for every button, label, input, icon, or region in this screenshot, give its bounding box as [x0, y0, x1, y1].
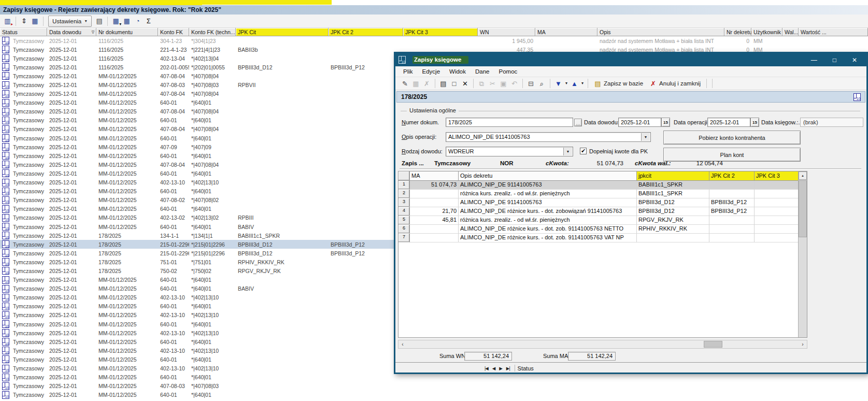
filter-icon[interactable]: ∇	[92, 30, 94, 35]
calendar-icon[interactable]: 15	[661, 118, 670, 127]
move-up-icon[interactable]: ▲	[569, 79, 580, 89]
ustawienia-button[interactable]: Ustawienia▼	[48, 16, 92, 27]
column-header-ma[interactable]: MA	[535, 28, 597, 36]
cancel-and-close-button[interactable]: ✗ Anuluj i zamknij	[646, 78, 704, 89]
paste-icon[interactable]: ▣	[498, 79, 509, 89]
scrollbar-thumb[interactable]	[799, 180, 807, 237]
horizontal-scrollbar[interactable]: ‹ ›	[398, 340, 807, 349]
table-row[interactable]: 10Tymczasowy2025-12-011116/2025304-1-23*…	[0, 36, 868, 45]
cell-konto_fk: 640-01	[158, 392, 189, 398]
status-label: Tymczasowy	[13, 259, 44, 265]
maximize-button[interactable]: □	[833, 57, 836, 63]
column-header-konto_fk_techn[interactable]: Konto FK (techn...	[189, 28, 236, 36]
column-header-opis[interactable]: Opis	[597, 28, 724, 36]
decree-column-header-rownum[interactable]	[399, 171, 410, 181]
save-icon[interactable]: ▦	[410, 79, 421, 89]
delete-icon[interactable]: ✕	[460, 79, 471, 89]
table-save-icon[interactable]: ▦	[121, 16, 132, 26]
column-header-data_dowodu[interactable]: Data dowodu∇	[47, 28, 96, 36]
plan-kont-button[interactable]: Plan kont	[663, 148, 801, 162]
cell-jpk_cit: RPGV_RKJV_RK	[236, 268, 329, 274]
vertical-scrollbar[interactable]: ▲	[798, 171, 807, 337]
revert-icon[interactable]: ✗	[421, 79, 432, 89]
properties-icon[interactable]: ▤	[438, 79, 449, 89]
menu-item-widok[interactable]: Widok	[445, 68, 471, 75]
menu-item-pomoc[interactable]: Pomoc	[494, 68, 522, 75]
decree-row[interactable]: 151 074,73ALIMCO_NIP_DE 91141005763BABII…	[399, 181, 807, 190]
pobierz-konto-button[interactable]: Pobierz konto kontrahenta	[663, 131, 801, 145]
menu-item-dane[interactable]: Dane	[471, 68, 494, 75]
minimize-button[interactable]: —	[811, 57, 817, 63]
percent-clock-icon[interactable]: ◔	[132, 16, 143, 26]
move-up-caret-icon[interactable]: ▾	[580, 79, 585, 89]
undo-icon[interactable]: ↶	[509, 79, 520, 89]
numer-dots-button[interactable]: ...	[574, 119, 582, 126]
decree-row[interactable]: 3ALIMCO_NIP_DE 91141005763BPBIII3d_D12BP…	[399, 198, 807, 207]
calendar-icon[interactable]: 15	[750, 118, 759, 127]
table-row[interactable]: 10Tymczasowy2025-12-01MM-01/12/2025640-0…	[0, 391, 868, 399]
nav-last-button[interactable]: ▶|	[504, 366, 512, 371]
move-down-caret-icon[interactable]: ▾	[564, 79, 569, 89]
decree-column-header-Opis dekretu[interactable]: Opis dekretu	[459, 171, 637, 181]
cell-data_dowodu: 2025-12-01	[47, 339, 96, 345]
expand-collapse-icon[interactable]: ⇕	[19, 16, 30, 26]
decree-column-header-jpkcit[interactable]: jpkcit	[637, 171, 709, 181]
cell-konto_fk: 407-08-04	[158, 108, 189, 114]
scroll-left-icon[interactable]: ‹	[399, 340, 407, 348]
nav-first-button[interactable]: |◀	[482, 366, 490, 371]
chevron-down-icon[interactable]: ▼	[563, 148, 572, 155]
decree-row[interactable]: 421,70ALIMCO_NIP_DE różnice kurs. - dot.…	[399, 207, 807, 216]
print-icon[interactable]: ⊟	[525, 79, 536, 89]
decree-row[interactable]: 6ALIMCO_NIP_DE różnice kurs. - dot. zob.…	[399, 225, 807, 234]
column-header-jpk_cit[interactable]: JPK Cit	[236, 28, 329, 36]
menu-item-edycje[interactable]: Edycje	[418, 68, 445, 75]
cell-konto_fk: 402-13-10	[158, 312, 189, 318]
edit-x-icon[interactable]: ✎	[400, 79, 410, 89]
dialog-titlebar[interactable]: 10 Zapisy księgowe — □ ✕	[395, 53, 866, 66]
column-header-wal[interactable]: Wal...	[782, 28, 799, 36]
column-header-nr_dokumentu[interactable]: Nr dokumentu	[96, 28, 158, 36]
column-header-uzytkownik[interactable]: Użytkownik	[751, 28, 782, 36]
decree-row[interactable]: 2różnica kurs. zrealiz. - od wł.śr. pien…	[399, 190, 807, 198]
chevron-down-icon[interactable]: ▼	[641, 133, 650, 141]
close-button[interactable]: ✕	[852, 57, 857, 63]
column-header-nr_dekretu[interactable]: Nr dekretu	[724, 28, 751, 36]
decree-column-header-JPK Cit 3[interactable]: JPK Cit 3	[755, 171, 799, 181]
scroll-right-icon[interactable]: ›	[799, 340, 807, 348]
copy-icon[interactable]: ⧉	[476, 79, 487, 89]
column-header-konto_fk[interactable]: Konto FK	[158, 28, 189, 36]
rodzaj-dowodu-combo[interactable]: WDREUR ▼	[446, 147, 573, 156]
cut-icon[interactable]: ✂	[487, 79, 498, 89]
column-header-jpk_cit_2[interactable]: JPK Cit 2	[329, 28, 403, 36]
table-view-icon[interactable]: ▦	[30, 16, 40, 26]
nav-next-button[interactable]: ▶	[497, 366, 504, 371]
properties-icon[interactable]: ▤	[94, 16, 105, 26]
column-header-wartosc[interactable]: Wartość ...	[799, 28, 868, 36]
decree-column-header-JPK Cit 2[interactable]: JPK Cit 2	[709, 171, 755, 181]
print-preview-icon[interactable]: ⌕	[536, 79, 547, 89]
column-header-jpk_cit_3[interactable]: JPK Cit 3	[403, 28, 478, 36]
decree-row[interactable]: 7ALIMCO_NIP_DE różnice kurs. - dot. zob.…	[399, 234, 807, 242]
numer-dokum-input[interactable]: 178/2025	[446, 118, 573, 127]
save-to-db-button[interactable]: ▤ Zapisz w bazie	[591, 78, 646, 89]
data-dowodu-input[interactable]: 2025-12-01	[618, 118, 661, 127]
cell-konto_fk: 407-08-04	[158, 91, 189, 97]
scrollbar-thumb[interactable]	[704, 341, 722, 348]
opis-operacji-combo[interactable]: ALIMCO_NIP_DE 91141005763 ▼	[446, 132, 651, 142]
nav-prev-button[interactable]: ◀	[490, 366, 497, 371]
decree-column-header-MA[interactable]: MA	[410, 171, 459, 181]
dopelniaj-checkbox[interactable]: ✔	[580, 148, 587, 154]
column-header-wn[interactable]: WN	[478, 28, 535, 36]
table-row[interactable]: 10Tymczasowy2025-12-01MM-01/12/2025407-0…	[0, 382, 868, 391]
menu-item-plik[interactable]: Plik	[399, 68, 418, 75]
column-header-status[interactable]: Status	[0, 28, 47, 36]
scroll-up-icon[interactable]: ▲	[799, 171, 807, 180]
export-form-icon[interactable]: ▥▸	[2, 16, 13, 26]
new-document-icon[interactable]: □	[449, 79, 460, 89]
decree-row[interactable]: 545,81różnica kurs. zrealiz. - od wł.śr.…	[399, 216, 807, 225]
table-row[interactable]: 10Tymczasowy2025-12-01MM-01/12/2025640-0…	[0, 373, 868, 382]
move-down-icon[interactable]: ▼	[553, 79, 564, 89]
table-dropdown-icon[interactable]: ▦▾	[110, 16, 121, 26]
sum-icon[interactable]: Σ	[143, 16, 154, 26]
data-operacji-input[interactable]: 2025-12-01	[707, 118, 750, 127]
